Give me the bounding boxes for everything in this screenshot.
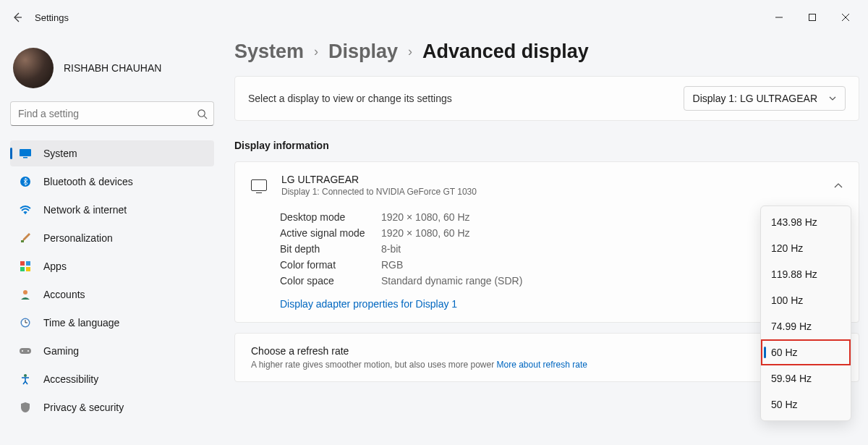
display-subtitle: Display 1: Connected to NVIDIA GeForce G… [281, 187, 477, 197]
breadcrumb-display[interactable]: Display [328, 41, 398, 63]
chevron-right-icon: › [408, 44, 412, 59]
search-field[interactable] [18, 108, 197, 119]
arrow-left-icon [12, 12, 23, 23]
svg-point-4 [198, 109, 205, 116]
sidebar-item-label: Accounts [43, 289, 85, 300]
sidebar-item-label: Gaming [43, 345, 79, 357]
maximize-icon [809, 14, 816, 21]
svg-rect-13 [20, 267, 25, 271]
breadcrumb-current: Advanced display [422, 41, 589, 63]
refresh-rate-option[interactable]: 120 Hz [761, 235, 851, 261]
apps-icon [19, 260, 32, 273]
svg-rect-20 [20, 348, 31, 354]
breadcrumb-system[interactable]: System [234, 41, 304, 63]
user-name: RISHABH CHAUHAN [64, 62, 161, 74]
display-name: LG ULTRAGEAR [281, 174, 477, 185]
maximize-button[interactable] [796, 6, 829, 29]
sidebar-item-label: System [43, 148, 77, 159]
svg-rect-1 [809, 14, 816, 21]
sidebar-item-label: Bluetooth & devices [43, 176, 133, 187]
sidebar-item-label: Time & language [43, 317, 119, 329]
refresh-rate-subtitle: A higher rate gives smoother motion, but… [251, 360, 843, 370]
refresh-rate-option[interactable]: 119.88 Hz [761, 261, 851, 287]
chevron-right-icon: › [314, 44, 318, 59]
sidebar-item-label: Privacy & security [43, 402, 124, 413]
monitor-outline-icon [251, 179, 267, 191]
sidebar-item-privacy[interactable]: Privacy & security [10, 394, 214, 420]
nav-list: System Bluetooth & devices Network & int… [10, 140, 214, 420]
display-info-header[interactable]: LG ULTRAGEAR Display 1: Connected to NVI… [235, 162, 859, 207]
sidebar-item-label: Personalization [43, 232, 113, 244]
brush-icon [19, 232, 32, 245]
close-button[interactable] [829, 6, 862, 29]
svg-point-9 [25, 213, 26, 214]
monitor-icon [19, 147, 32, 160]
collapse-button[interactable] [834, 183, 843, 188]
display-info-card: LG ULTRAGEAR Display 1: Connected to NVI… [234, 161, 859, 323]
sidebar-item-apps[interactable]: Apps [10, 253, 214, 279]
section-label: Display information [234, 140, 859, 151]
main-content: System › Display › Advanced display Sele… [224, 35, 868, 445]
sidebar-item-personalization[interactable]: Personalization [10, 225, 214, 251]
refresh-rate-option[interactable]: 50 Hz [761, 391, 851, 418]
refresh-rate-option[interactable]: 59.94 Hz [761, 365, 851, 391]
spec-row: Color formatRGB [280, 259, 843, 271]
svg-rect-7 [23, 157, 27, 158]
svg-rect-12 [26, 261, 30, 266]
refresh-rate-learn-more-link[interactable]: More about refresh rate [497, 360, 587, 370]
sidebar-item-label: Apps [43, 260, 67, 272]
svg-rect-6 [20, 149, 31, 156]
sidebar-item-bluetooth[interactable]: Bluetooth & devices [10, 169, 214, 195]
wifi-icon [19, 203, 32, 216]
refresh-rate-option[interactable]: 143.98 Hz [761, 209, 851, 235]
refresh-rate-title: Choose a refresh rate [251, 345, 843, 357]
adapter-properties-link[interactable]: Display adapter properties for Display 1 [280, 298, 457, 310]
sidebar-item-label: Accessibility [43, 373, 98, 385]
spec-row: Color spaceStandard dynamic range (SDR) [280, 275, 843, 287]
search-icon [197, 109, 208, 119]
display-selector-card: Select a display to view or change its s… [234, 76, 859, 121]
clock-icon [19, 316, 32, 329]
svg-point-15 [23, 290, 27, 294]
person-icon [19, 288, 32, 301]
svg-line-5 [204, 116, 207, 119]
spec-row: Bit depth8-bit [280, 243, 843, 255]
refresh-rate-dropdown-popup: 143.98 Hz 120 Hz 119.88 Hz 100 Hz 74.99 … [760, 205, 851, 421]
user-profile[interactable]: RISHABH CHAUHAN [10, 43, 214, 101]
minimize-button[interactable] [762, 6, 796, 29]
window-controls [762, 6, 862, 29]
display-dropdown-value: Display 1: LG ULTRAGEAR [693, 93, 817, 104]
sidebar-item-system[interactable]: System [10, 140, 214, 166]
refresh-rate-option-selected[interactable]: 60 Hz [761, 339, 851, 365]
selector-text: Select a display to view or change its s… [248, 93, 452, 104]
gamepad-icon [19, 344, 32, 357]
bluetooth-icon [19, 175, 32, 188]
back-button[interactable] [6, 6, 29, 29]
display-dropdown[interactable]: Display 1: LG ULTRAGEAR [684, 86, 846, 111]
sidebar-item-network[interactable]: Network & internet [10, 197, 214, 223]
spec-row: Desktop mode1920 × 1080, 60 Hz [280, 211, 843, 223]
svg-point-21 [22, 350, 23, 352]
breadcrumb: System › Display › Advanced display [234, 41, 859, 63]
window-title: Settings [35, 12, 69, 23]
svg-rect-11 [20, 261, 25, 266]
sidebar-item-time[interactable]: Time & language [10, 310, 214, 336]
refresh-rate-option[interactable]: 100 Hz [761, 287, 851, 313]
sidebar: RISHABH CHAUHAN System Bluetooth & devic… [0, 35, 224, 445]
sidebar-item-accessibility[interactable]: Accessibility [10, 366, 214, 392]
minimize-icon [775, 14, 783, 21]
titlebar: Settings [0, 0, 868, 35]
search-input[interactable] [10, 101, 214, 126]
sidebar-item-label: Network & internet [43, 204, 127, 216]
accessibility-icon [19, 373, 32, 386]
svg-rect-14 [26, 267, 30, 271]
chevron-down-icon [829, 96, 836, 101]
refresh-rate-option[interactable]: 74.99 Hz [761, 313, 851, 339]
sidebar-item-accounts[interactable]: Accounts [10, 281, 214, 308]
avatar [13, 48, 54, 88]
svg-rect-10 [21, 240, 24, 242]
sidebar-item-gaming[interactable]: Gaming [10, 338, 214, 364]
svg-point-22 [27, 350, 29, 352]
shield-icon [19, 401, 32, 414]
close-icon [842, 14, 849, 21]
